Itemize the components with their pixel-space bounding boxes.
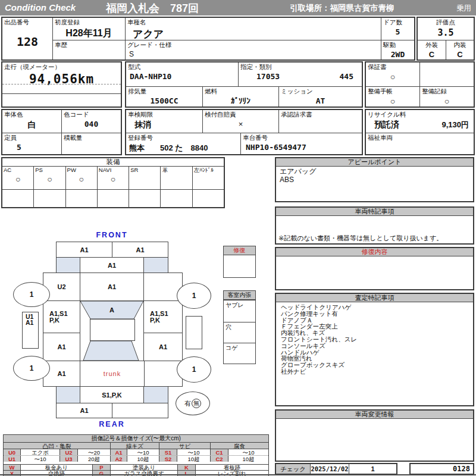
diagram-tire-rear-right: 1 <box>177 356 211 383</box>
displacement-cell: 排気量 1500CC <box>126 86 202 107</box>
equipment-mark: ○ <box>66 174 97 184</box>
interior-grade-value: C <box>446 50 474 59</box>
drive-cell: 駆動 2WD <box>381 40 414 60</box>
check-row: チェック 2025/12/02 1 <box>275 463 397 475</box>
legend-desc: 10超 <box>228 456 268 462</box>
assessment-notes-body: ヘッドライトクリアハゲ パンク修理キット有 ドアノブＡ Ｆフェンダー左突上 内装… <box>276 302 473 375</box>
diagram-panel-hood: A1 <box>80 257 144 273</box>
diagram-panel-rear-door-left: A1 <box>43 333 80 361</box>
exterior-grade-label: 外装 <box>418 40 446 50</box>
equipment-empty-cell <box>192 190 224 208</box>
model-code-value: DAA-NHP10 <box>126 72 238 81</box>
diagram-spare-tire-indicator: 有 無 <box>176 392 210 415</box>
appeal-line: エアバッグ <box>280 167 469 176</box>
empty-cell <box>419 62 474 86</box>
insurance-cell: 検付自賠責 × <box>202 110 278 133</box>
page-bottom-rule <box>0 474 476 475</box>
insurance-label: 検付自賠責 <box>203 110 278 120</box>
auction-condition-sheet: Condition Check 福岡入札会 787回 引取場所：福岡県古賀市青柳… <box>0 0 476 476</box>
model-code-box: 型式 DAA-NHP10 指定・類別 17053 445 排気量 1500CC … <box>125 61 363 108</box>
color-code-label: 色コード <box>62 110 121 120</box>
mileage-box: 走行（現メーター） 94,056km <box>1 61 122 108</box>
diagram-panel-cowl: A1 <box>80 273 144 301</box>
diagram-panel-rear-corner-left <box>56 386 80 403</box>
legend-desc: 〜10 <box>177 449 210 455</box>
transmission-label: ミッション <box>279 87 362 96</box>
equipment-title: 装備 <box>2 158 224 167</box>
legend-code: C1 <box>210 449 228 455</box>
equipment-empty-row <box>2 190 224 208</box>
warranty-cell: 保証書 ○ <box>366 62 419 86</box>
recycle-cell: リサイクル料 預託済 9,130円 <box>366 110 474 133</box>
chassis-number-cell: 車台番号 NHP10-6549477 <box>240 133 362 154</box>
lot-number-cell: 出品番号 128 <box>2 18 52 60</box>
header-bar: Condition Check 福岡入札会 787回 引取場所：福岡県古賀市青柳… <box>0 0 476 15</box>
diagram-panel-front-bumper-right: A1 <box>112 242 168 258</box>
capacity-value: 5 <box>2 143 61 152</box>
diagram-panel-front-corner-right <box>143 257 168 273</box>
lot-number-label: 出品番号 <box>2 18 52 27</box>
vehicle-id-box: 出品番号 128 初度登録 H28年11月 車歴 車種名 アクア グレード・仕様… <box>1 17 415 61</box>
legend-desc: 10超 <box>127 456 159 462</box>
color-code-value: 040 <box>62 120 121 129</box>
diagram-tire-rear-left: 1 <box>13 356 50 381</box>
legend-code: W <box>4 465 20 470</box>
check-count: 1 <box>349 464 396 474</box>
recycle-box: リサイクル料 預託済 9,130円 福祉車両 <box>365 109 475 155</box>
interior-grade-label: 内装 <box>446 40 474 50</box>
payload-label: 積載量 <box>62 133 121 143</box>
warranty-box: 保証書 ○ 整備手帳 ○ 整備記録 ○ <box>365 61 475 108</box>
capacity-label: 定員 <box>2 133 61 143</box>
registration-number-value: 熊本 502 た 8840 <box>126 143 240 154</box>
diagram-panel-front-corner-left <box>56 257 80 273</box>
diagram-panel-label: P,K <box>150 317 160 324</box>
equipment-label: AC <box>4 167 11 173</box>
model-code-cell: 型式 DAA-NHP10 <box>126 62 238 86</box>
repair-mark-box: 修復 <box>223 246 256 278</box>
auction-title: 福岡入札会 787回 <box>106 1 199 15</box>
equipment-mark: ○ <box>2 174 33 184</box>
equipment-empty-cell <box>129 190 160 208</box>
legend-row-3: W 板金あり P 塗装あり K 看板跡 <box>4 464 268 470</box>
service-book-cell: 整備手帳 ○ <box>366 86 419 107</box>
repair-mark-title: 修復 <box>224 246 255 255</box>
diagram-rear-label: REAR <box>80 420 144 428</box>
check-date: 2025/12/02 <box>311 464 349 474</box>
diagram-panel-label: A1 <box>26 320 33 325</box>
assessment-notes-title: 査定特記事項 <box>276 294 473 302</box>
grade-label: グレード・仕様 <box>126 40 381 50</box>
legend-code: U1 <box>4 456 20 462</box>
transmission-value: AT <box>279 96 362 105</box>
interior-grade-cell: 内装 C <box>446 40 474 60</box>
diagram-panel-windshield: A <box>80 300 144 320</box>
equipment-cell-navi: NAVI ○ <box>97 167 129 189</box>
history-label: 車歴 <box>53 40 125 50</box>
fuel-cell: 燃料 ｶﾞｿﾘﾝ <box>202 86 278 107</box>
equipment-cell-ps: PS ○ <box>33 167 65 189</box>
class-number-value2: 445 <box>340 72 353 81</box>
divider-line <box>2 93 121 94</box>
inspection-label: 車検期限 <box>126 110 202 120</box>
legend-group: 腐食 <box>210 443 268 449</box>
exterior-grade-cell: 外装 C <box>418 40 446 60</box>
legend-desc: 塗装あり <box>110 465 177 470</box>
displacement-value: 1500CC <box>126 96 202 105</box>
body-color-label: 車体色 <box>2 110 61 120</box>
cabin-lining-box: 客室内張 ヤブレ 穴 コゲ <box>223 290 256 364</box>
diagram-panel-rear-panel: S1,P,K <box>80 386 144 403</box>
diagram-panel-label: A1,S1 <box>49 311 68 317</box>
equipment-cell-pw: PW ○ <box>65 167 97 189</box>
first-registration-label: 初度登録 <box>53 18 125 27</box>
warranty-value: ○ <box>366 72 419 82</box>
check-label: チェック <box>276 464 311 474</box>
legend-code: S1 <box>159 449 177 455</box>
diagram-panel-rear-door-right: A1 <box>143 333 183 361</box>
mileage-label: 走行（現メーター） <box>2 62 121 72</box>
approval-label: 承認請求書 <box>279 110 362 120</box>
legend-desc: 〜10 <box>228 449 268 455</box>
legend-group: 線キズ <box>110 443 159 449</box>
equipment-empty-cell <box>33 190 65 208</box>
score-value: 3.5 <box>418 27 474 38</box>
score-label: 評価点 <box>418 18 474 27</box>
doors-label: ドア数 <box>381 18 414 27</box>
